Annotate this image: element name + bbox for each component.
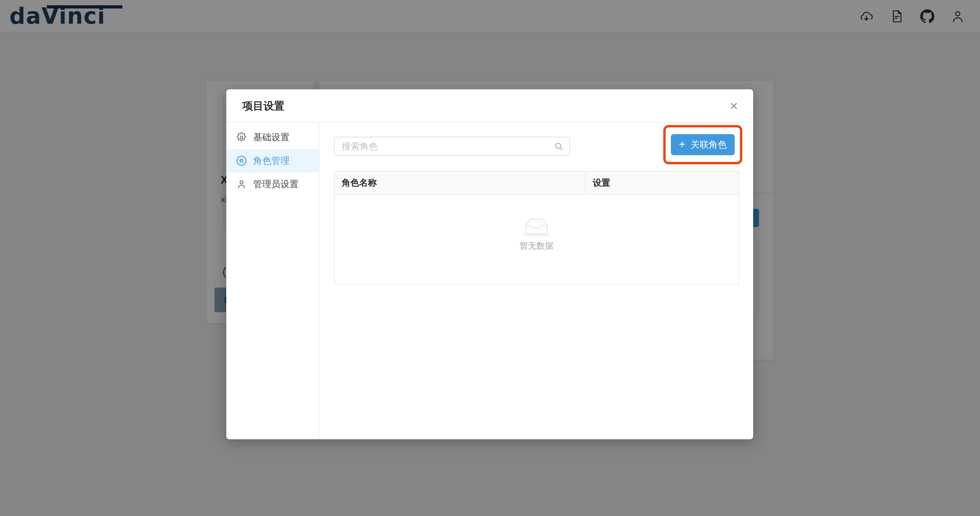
sidebar-item-label: 角色管理 [253,154,290,167]
role-search-input[interactable] [342,138,546,155]
search-icon[interactable] [554,142,563,151]
associate-role-label: 关联角色 [690,139,727,151]
sidebar-item-role-management[interactable]: R 角色管理 [226,149,319,172]
modal-sidebar: 基础设置 R 角色管理 管理员设置 [226,123,319,439]
roles-table-header: 角色名称 设置 [334,171,739,194]
user-icon [236,179,247,190]
modal-title: 项目设置 [242,89,285,123]
sidebar-item-label: 基础设置 [253,131,290,143]
project-settings-modal: 项目设置 × 基础设置 R 角色管理 [226,89,753,439]
role-search-box [334,137,570,156]
roles-table: 角色名称 设置 暂无数据 [334,171,739,285]
column-header-role-name: 角色名称 [334,172,586,194]
close-icon[interactable]: × [725,97,743,115]
sidebar-item-label: 管理员设置 [253,178,299,190]
column-header-settings: 设置 [586,172,738,194]
plus-icon: + [679,139,685,150]
registered-icon: R [236,156,247,166]
empty-text: 暂无数据 [520,240,554,252]
role-management-panel: + 关联角色 角色名称 设置 暂无数据 [319,123,753,439]
modal-header: 项目设置 × [226,89,753,123]
empty-inbox-icon [521,215,552,237]
sidebar-item-admin-settings[interactable]: 管理员设置 [226,172,319,196]
roles-table-empty-state: 暂无数据 [334,194,739,285]
associate-role-button[interactable]: + 关联角色 [671,134,735,155]
gear-icon [236,132,247,143]
modal-body: 基础设置 R 角色管理 管理员设置 [226,123,753,439]
sidebar-item-basic-settings[interactable]: 基础设置 [226,126,319,149]
